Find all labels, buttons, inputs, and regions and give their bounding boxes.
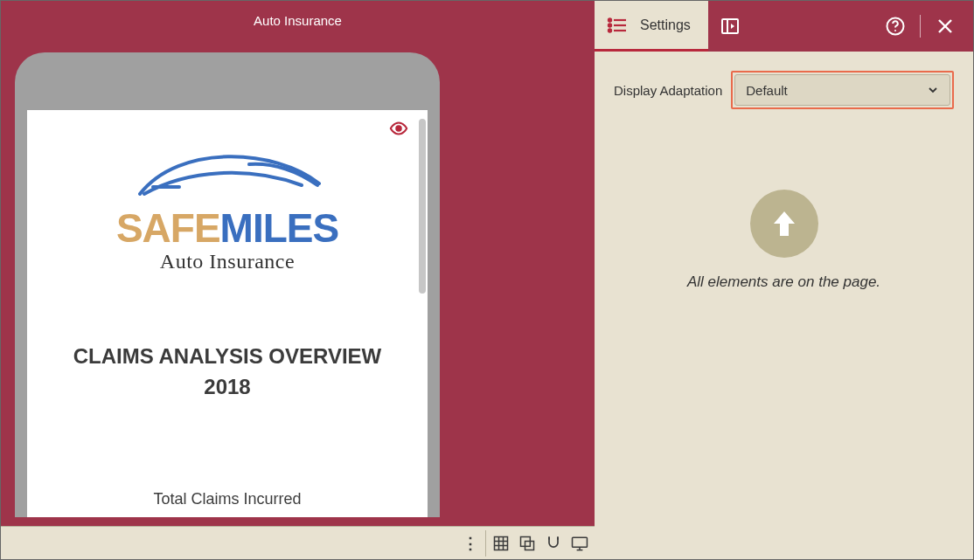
car-icon bbox=[127, 150, 328, 208]
panel-collapse-icon bbox=[720, 16, 741, 37]
svg-rect-1 bbox=[495, 536, 508, 550]
settings-header: Settings bbox=[595, 1, 973, 52]
chevron-down-icon bbox=[927, 84, 939, 96]
monitor-icon bbox=[570, 535, 589, 552]
canvas-pane: Auto Insurance bbox=[1, 1, 595, 559]
canvas-toolbar: ⋮ bbox=[1, 526, 595, 559]
divider bbox=[920, 15, 921, 38]
display-adaptation-row: Display Adaptation Default bbox=[614, 71, 954, 109]
display-adaptation-highlight: Default bbox=[731, 71, 954, 109]
overview-line2: 2018 bbox=[43, 372, 412, 403]
svg-point-23 bbox=[894, 30, 896, 31]
more-options-button[interactable]: ⋮ bbox=[457, 529, 484, 558]
logo-word-safe: SAFE bbox=[116, 205, 220, 251]
overview-line1: CLAIMS ANALYSIS OVERVIEW bbox=[43, 342, 412, 372]
logo-text: SAFEMILES bbox=[27, 208, 428, 248]
empty-state: All elements are on the page. bbox=[614, 190, 954, 291]
empty-state-text: All elements are on the page. bbox=[614, 273, 954, 291]
scrollbar[interactable] bbox=[419, 119, 426, 294]
upload-arrow-icon bbox=[767, 206, 802, 241]
svg-rect-19 bbox=[722, 19, 738, 33]
list-icon bbox=[607, 16, 628, 35]
display-adaptation-value: Default bbox=[746, 83, 788, 98]
page-title: Auto Insurance bbox=[1, 1, 595, 37]
device-screen[interactable]: SAFEMILES Auto Insurance CLAIMS ANALYSIS… bbox=[27, 110, 428, 517]
overview-title: CLAIMS ANALYSIS OVERVIEW 2018 bbox=[27, 342, 428, 403]
tab-settings[interactable]: Settings bbox=[595, 1, 708, 52]
display-adaptation-select[interactable]: Default bbox=[734, 74, 950, 106]
close-button[interactable] bbox=[929, 10, 961, 42]
close-icon bbox=[936, 17, 954, 35]
settings-pane: Settings bbox=[595, 1, 973, 559]
total-claims-label: Total Claims Incurred bbox=[27, 490, 428, 508]
logo-block: SAFEMILES Auto Insurance bbox=[27, 150, 428, 273]
magnet-icon bbox=[545, 535, 562, 552]
panel-toggle-button[interactable] bbox=[708, 1, 752, 52]
divider bbox=[485, 530, 486, 557]
visibility-icon[interactable] bbox=[389, 119, 408, 138]
grid-button[interactable] bbox=[488, 529, 514, 558]
upload-circle bbox=[750, 190, 818, 258]
svg-point-16 bbox=[609, 18, 611, 21]
tab-settings-label: Settings bbox=[640, 17, 691, 33]
header-actions bbox=[880, 1, 973, 52]
grid-icon bbox=[492, 535, 510, 552]
overlap-button[interactable] bbox=[514, 529, 540, 558]
logo-subtitle: Auto Insurance bbox=[27, 250, 428, 273]
help-button[interactable] bbox=[880, 10, 911, 42]
preview-button[interactable] bbox=[567, 529, 593, 558]
app-root: Auto Insurance bbox=[0, 0, 974, 560]
svg-point-17 bbox=[609, 24, 611, 26]
snap-button[interactable] bbox=[540, 529, 567, 558]
svg-point-0 bbox=[396, 126, 401, 131]
device-frame: SAFEMILES Auto Insurance CLAIMS ANALYSIS… bbox=[15, 52, 440, 517]
svg-rect-10 bbox=[573, 537, 588, 547]
settings-body: Display Adaptation Default All bbox=[595, 52, 973, 291]
svg-point-18 bbox=[609, 29, 611, 31]
logo-word-miles: MILES bbox=[220, 205, 339, 251]
svg-marker-21 bbox=[731, 24, 734, 29]
display-adaptation-label: Display Adaptation bbox=[614, 83, 722, 98]
svg-marker-26 bbox=[774, 211, 795, 236]
help-icon bbox=[885, 16, 906, 37]
overlap-icon bbox=[518, 535, 536, 552]
svg-rect-7 bbox=[525, 541, 534, 550]
vertical-dots-icon: ⋮ bbox=[463, 534, 478, 553]
